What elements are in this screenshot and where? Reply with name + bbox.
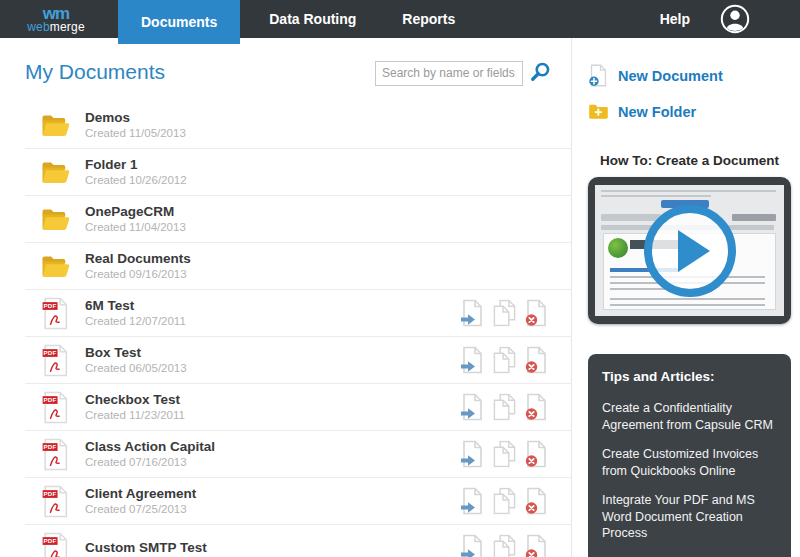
- nav-tabs: Documents Data Routing Reports: [112, 0, 478, 38]
- item-text: Client Agreement Created 07/25/2013: [85, 486, 460, 516]
- item-name[interactable]: Custom SMTP Test: [85, 540, 460, 556]
- sidebar: New Document New Folder How To: Create a…: [572, 38, 799, 557]
- merge-document-icon[interactable]: [460, 487, 485, 515]
- row-actions: [460, 393, 549, 421]
- copy-document-icon[interactable]: [492, 534, 517, 557]
- tab-data-routing[interactable]: Data Routing: [246, 0, 379, 38]
- copy-document-icon[interactable]: [492, 299, 517, 327]
- delete-document-icon[interactable]: [524, 534, 549, 557]
- list-item-folder[interactable]: Folder 1 Created 10/26/2012: [25, 149, 571, 196]
- item-created: Created 11/04/2013: [85, 220, 549, 234]
- delete-document-icon[interactable]: [524, 299, 549, 327]
- pdf-file-icon: [37, 391, 73, 424]
- article-link[interactable]: Create a Confidentiality Agreement from …: [602, 400, 777, 433]
- tab-documents[interactable]: Documents: [118, 0, 240, 44]
- list-item-folder[interactable]: Demos Created 11/05/2013: [25, 102, 571, 149]
- documents-panel: My Documents Demos Created 11/05/2013: [0, 38, 572, 557]
- item-created: Created 07/16/2013: [85, 455, 460, 469]
- item-created: Created 11/23/2011: [85, 408, 460, 422]
- item-text: Custom SMTP Test: [85, 540, 460, 556]
- search-input[interactable]: [375, 61, 523, 86]
- new-folder-label: New Folder: [618, 104, 696, 120]
- list-item-document[interactable]: Class Action Capital Created 07/16/2013: [25, 431, 571, 478]
- new-document-button[interactable]: New Document: [588, 64, 791, 87]
- tab-reports[interactable]: Reports: [379, 0, 478, 38]
- merge-document-icon[interactable]: [460, 440, 485, 468]
- item-name[interactable]: Real Documents: [85, 251, 549, 267]
- delete-document-icon[interactable]: [524, 487, 549, 515]
- item-name[interactable]: 6M Test: [85, 298, 460, 314]
- row-actions: [460, 346, 549, 374]
- list-item-document[interactable]: Custom SMTP Test: [25, 525, 571, 557]
- row-actions: [460, 440, 549, 468]
- article-link[interactable]: Create Customized Invoices from Quickboo…: [602, 446, 777, 479]
- item-name[interactable]: Demos: [85, 110, 549, 126]
- item-text: Folder 1 Created 10/26/2012: [85, 157, 549, 187]
- item-name[interactable]: Folder 1: [85, 157, 549, 173]
- row-actions: [460, 487, 549, 515]
- new-folder-icon: [588, 100, 609, 123]
- item-name[interactable]: Checkbox Test: [85, 392, 460, 408]
- list-item-folder[interactable]: Real Documents Created 09/16/2013: [25, 243, 571, 290]
- tips-heading: Tips and Articles:: [602, 369, 777, 384]
- document-line: [610, 298, 765, 300]
- delete-document-icon[interactable]: [524, 440, 549, 468]
- howto-video-thumbnail[interactable]: [588, 177, 791, 324]
- user-avatar-icon[interactable]: [720, 4, 750, 34]
- list-item-document[interactable]: 6M Test Created 12/07/2011: [25, 290, 571, 337]
- pdf-file-icon: [37, 344, 73, 377]
- item-created: Created 09/16/2013: [85, 267, 549, 281]
- item-name[interactable]: OnePageCRM: [85, 204, 549, 220]
- search-box: [375, 60, 553, 86]
- item-name[interactable]: Client Agreement: [85, 486, 460, 502]
- article-link[interactable]: Integrate Your PDF and MS Word Document …: [602, 492, 777, 542]
- item-created: Created 07/25/2013: [85, 502, 460, 516]
- copy-document-icon[interactable]: [492, 487, 517, 515]
- delete-document-icon[interactable]: [524, 393, 549, 421]
- folder-icon: [37, 207, 73, 232]
- folder-icon: [37, 254, 73, 279]
- new-folder-button[interactable]: New Folder: [588, 100, 791, 123]
- merge-document-icon[interactable]: [460, 346, 485, 374]
- webmerge-logo[interactable]: wm webmerge: [0, 0, 112, 38]
- delete-document-icon[interactable]: [524, 346, 549, 374]
- item-text: 6M Test Created 12/07/2011: [85, 298, 460, 328]
- item-text: Demos Created 11/05/2013: [85, 110, 549, 140]
- editor-logo: [608, 238, 628, 258]
- pdf-file-icon: [37, 485, 73, 518]
- copy-document-icon[interactable]: [492, 346, 517, 374]
- item-name[interactable]: Box Test: [85, 345, 460, 361]
- merge-document-icon[interactable]: [460, 299, 485, 327]
- screenshot-textline: [601, 190, 776, 192]
- merge-document-icon[interactable]: [460, 393, 485, 421]
- content-area: My Documents Demos Created 11/05/2013: [0, 38, 800, 557]
- pdf-file-icon: [37, 297, 73, 330]
- help-link[interactable]: Help: [660, 0, 690, 38]
- document-line: [610, 304, 765, 306]
- row-actions: [460, 534, 549, 557]
- logo-wordmark: webmerge: [27, 21, 85, 33]
- folder-icon: [37, 113, 73, 138]
- list-item-document[interactable]: Checkbox Test Created 11/23/2011: [25, 384, 571, 431]
- item-created: Created 06/05/2013: [85, 361, 460, 375]
- copy-document-icon[interactable]: [492, 440, 517, 468]
- new-document-label: New Document: [618, 68, 723, 84]
- documents-header: My Documents: [25, 54, 571, 102]
- search-icon[interactable]: [527, 60, 553, 86]
- play-icon[interactable]: [644, 205, 736, 297]
- row-actions: [460, 299, 549, 327]
- play-triangle: [678, 230, 710, 272]
- copy-document-icon[interactable]: [492, 393, 517, 421]
- howto-title: How To: Create a Document: [588, 153, 791, 168]
- list-item-document[interactable]: Box Test Created 06/05/2013: [25, 337, 571, 384]
- list-item-document[interactable]: Client Agreement Created 07/25/2013: [25, 478, 571, 525]
- howto-section: How To: Create a Document: [588, 153, 791, 324]
- item-name[interactable]: Class Action Capital: [85, 439, 460, 455]
- pdf-file-icon: [37, 532, 73, 557]
- editor-toolbar: [732, 214, 776, 221]
- item-created: Created 11/05/2013: [85, 126, 549, 140]
- merge-document-icon[interactable]: [460, 534, 485, 557]
- list-item-folder[interactable]: OnePageCRM Created 11/04/2013: [25, 196, 571, 243]
- item-text: Box Test Created 06/05/2013: [85, 345, 460, 375]
- logo-mark: wm: [43, 7, 69, 21]
